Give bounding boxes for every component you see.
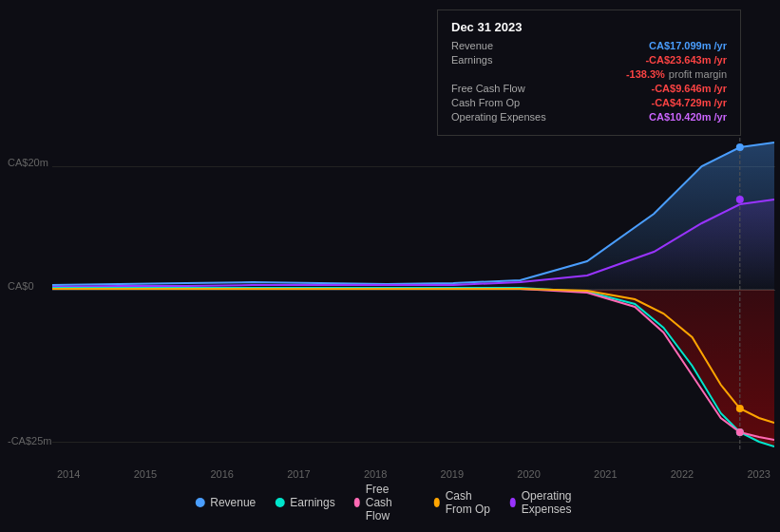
- revenue-legend-label: Revenue: [210, 496, 256, 509]
- profit-margin-label: profit margin: [669, 68, 727, 80]
- svg-point-2: [736, 143, 744, 151]
- legend-earnings: Earnings: [275, 496, 334, 509]
- legend-cfo: Cash From Op: [434, 489, 491, 516]
- tooltip: Dec 31 2023 Revenue CA$17.099m /yr Earni…: [437, 10, 741, 136]
- x-label-2014: 2014: [57, 468, 80, 480]
- x-label-2017: 2017: [287, 468, 310, 480]
- x-label-2015: 2015: [134, 468, 157, 480]
- x-label-2021: 2021: [594, 468, 617, 480]
- opex-dot: [510, 498, 516, 507]
- chart-svg: [52, 138, 774, 451]
- x-label-2018: 2018: [364, 468, 387, 480]
- tooltip-row-revenue: Revenue CA$17.099m /yr: [451, 40, 727, 51]
- cfo-dot: [434, 498, 440, 507]
- cfo-label: Cash From Op: [451, 97, 520, 108]
- opex-value: CA$10.420m /yr: [649, 111, 727, 123]
- opex-legend-label: Operating Expenses: [522, 489, 585, 516]
- tooltip-row-cfo: Cash From Op -CA$4.729m /yr: [451, 97, 727, 108]
- chart-container: Dec 31 2023 Revenue CA$17.099m /yr Earni…: [0, 0, 780, 532]
- y-label-20m: CA$20m: [8, 157, 48, 168]
- y-label-neg25m: -CA$25m: [8, 435, 51, 446]
- fcf-dot: [354, 498, 360, 507]
- svg-point-3: [736, 196, 744, 203]
- legend-opex: Operating Expenses: [510, 489, 585, 516]
- svg-point-6: [736, 405, 744, 412]
- cfo-legend-label: Cash From Op: [446, 489, 491, 516]
- x-labels: 2014 2015 2016 2017 2018 2019 2020 2021 …: [57, 468, 770, 480]
- legend: Revenue Earnings Free Cash Flow Cash Fro…: [195, 483, 585, 522]
- opex-label: Operating Expenses: [451, 111, 546, 123]
- fcf-value: -CA$9.646m /yr: [652, 83, 728, 94]
- legend-fcf: Free Cash Flow: [354, 483, 415, 522]
- tooltip-row-opex: Operating Expenses CA$10.420m /yr: [451, 111, 727, 123]
- revenue-label: Revenue: [451, 40, 493, 51]
- tooltip-row-fcf: Free Cash Flow -CA$9.646m /yr: [451, 83, 727, 94]
- y-label-0: CA$0: [8, 280, 34, 292]
- cfo-value: -CA$4.729m /yr: [652, 97, 728, 108]
- earnings-label: Earnings: [451, 54, 492, 66]
- x-label-2022: 2022: [671, 468, 694, 480]
- revenue-dot: [195, 498, 204, 507]
- earnings-value: -CA$23.643m /yr: [645, 54, 727, 66]
- profit-margin-pct: -138.3%: [626, 68, 665, 80]
- legend-revenue: Revenue: [195, 496, 256, 509]
- earnings-dot: [275, 498, 284, 507]
- x-label-2023: 2023: [747, 468, 770, 480]
- tooltip-title: Dec 31 2023: [451, 20, 727, 34]
- x-label-2020: 2020: [517, 468, 540, 480]
- profit-margin-row: -138.3% profit margin: [451, 68, 727, 80]
- earnings-legend-label: Earnings: [290, 496, 334, 509]
- revenue-value: CA$17.099m /yr: [649, 40, 727, 51]
- svg-point-5: [736, 428, 744, 436]
- x-label-2016: 2016: [210, 468, 233, 480]
- tooltip-row-earnings: Earnings -CA$23.643m /yr: [451, 54, 727, 66]
- fcf-legend-label: Free Cash Flow: [366, 483, 415, 522]
- fcf-label: Free Cash Flow: [451, 83, 525, 94]
- x-label-2019: 2019: [441, 468, 464, 480]
